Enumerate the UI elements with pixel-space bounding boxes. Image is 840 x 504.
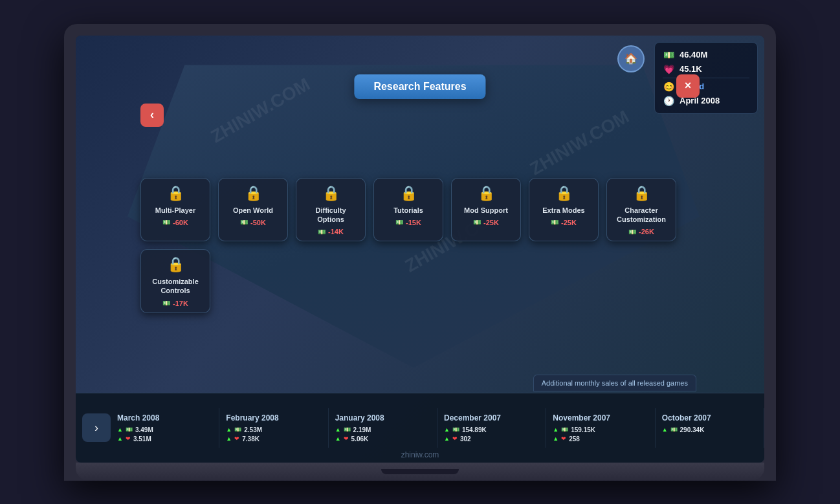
feature-cost-modsupport: 💵 -25K <box>473 219 499 226</box>
money-icon: 💵 <box>663 50 674 60</box>
heart-ico-3: ❤ <box>344 435 349 442</box>
stat-fans-feb: ▲ ❤ 7.38K <box>226 435 321 443</box>
month-stats-jan: ▲ 💵 2.19M ▲ ❤ 5.06K <box>335 426 430 443</box>
home-button[interactable]: 🏠 <box>617 45 645 72</box>
feature-name-openworld: Open World <box>233 206 273 215</box>
feature-name-extramodes: Extra Modes <box>542 206 584 215</box>
heart-ico-5: ❤ <box>561 435 566 442</box>
stat-money-val-dec: 154.89K <box>462 426 487 433</box>
sales-bar-label: Additional monthly sales of all released… <box>542 379 688 387</box>
feature-card-multiplayer[interactable]: 🔒 Multi-Player 💵 -60K <box>140 178 210 242</box>
laptop-outer: ZHINIW.COM ZHINIW.COM ZHINIW.COM 💵 46.40… <box>64 24 776 481</box>
feature-cost-openworld: 💵 -50K <box>240 219 266 226</box>
lock-icon-extramodes: 🔒 <box>555 185 573 202</box>
stat-fans-nov: ▲ ❤ 258 <box>553 435 648 443</box>
stat-fans-val-jan: 5.06K <box>351 435 369 443</box>
month-stats-oct: ▲ 💵 290.34K <box>662 426 757 433</box>
feature-card-extramodes[interactable]: 🔒 Extra Modes 💵 -25K <box>529 178 599 242</box>
cost-icon-3: 💵 <box>318 228 326 236</box>
feature-cost-extramodes: 💵 -25K <box>551 219 577 226</box>
month-stats-march: ▲ 💵 3.49M ▲ ❤ 3.51M <box>117 426 212 443</box>
feature-card-openworld[interactable]: 🔒 Open World 💵 -50K <box>218 178 288 242</box>
money-ico-6: 💵 <box>670 426 678 433</box>
arrow-up-11: ▲ <box>662 426 668 433</box>
timeline-nav-button[interactable]: › <box>82 413 111 442</box>
stat-money-val-feb: 2.53M <box>244 426 262 433</box>
lock-icon-charcustom: 🔒 <box>633 185 650 202</box>
features-row-1: 🔒 Multi-Player 💵 -60K 🔒 Open World 💵 -50… <box>140 178 693 242</box>
feature-card-charcustom[interactable]: 🔒 Character Customization 💵 -26K <box>606 178 676 242</box>
stat-money-oct: ▲ 💵 290.34K <box>662 426 757 433</box>
money-ico-2: 💵 <box>234 426 241 433</box>
feature-cost-tutorials: 💵 -15K <box>395 219 421 226</box>
arrow-up-5: ▲ <box>335 426 341 433</box>
heart-ico-2: ❤ <box>234 435 239 442</box>
month-name-nov: November 2007 <box>553 413 648 422</box>
cost-icon-2: 💵 <box>240 219 248 226</box>
feature-cost-multiplayer: 💵 -60K <box>162 219 188 226</box>
arrow-up-8: ▲ <box>444 435 450 442</box>
feature-name-modsupport: Mod Support <box>464 206 508 215</box>
laptop-notch <box>381 469 459 474</box>
feature-name-charcustom: Character Customization <box>612 206 670 225</box>
laptop-screen: ZHINIW.COM ZHINIW.COM ZHINIW.COM 💵 46.40… <box>76 36 764 463</box>
month-name-dec: December 2007 <box>444 413 539 422</box>
hud-date-row: 🕐 April 2008 <box>663 94 749 108</box>
feature-cost-controls: 💵 -17K <box>162 300 188 307</box>
month-stats-dec: ▲ 💵 154.89K ▲ ❤ 302 <box>444 426 539 443</box>
cost-icon-8: 💵 <box>162 300 170 307</box>
lock-icon-controls: 🔒 <box>167 256 184 273</box>
stat-fans-dec: ▲ ❤ 302 <box>444 435 539 443</box>
features-row-2: 🔒 Customizable Controls 💵 -17K <box>140 249 693 313</box>
stat-money-dec: ▲ 💵 154.89K <box>444 426 539 433</box>
stat-fans-march: ▲ ❤ 3.51M <box>117 435 212 443</box>
stat-fans-val-dec: 302 <box>460 435 471 443</box>
lock-icon-multiplayer: 🔒 <box>167 185 184 202</box>
back-button[interactable]: ‹ <box>140 104 164 127</box>
stat-money-val-jan: 2.19M <box>353 426 371 433</box>
lock-icon-difficulty: 🔒 <box>322 185 340 202</box>
stat-money-val-nov: 159.15K <box>571 426 595 433</box>
cost-icon-6: 💵 <box>551 219 558 226</box>
month-oct-2007: October 2007 ▲ 💵 290.34K <box>656 408 764 448</box>
heart-icon: 💗 <box>663 64 674 74</box>
money-ico-1: 💵 <box>126 426 133 433</box>
cost-icon-4: 💵 <box>395 219 403 226</box>
close-button[interactable]: × <box>676 74 700 98</box>
top-hud: 💵 46.40M 💗 45.1K 😊 Loved 🕐 April 2008 <box>654 42 758 114</box>
feature-card-controls[interactable]: 🔒 Customizable Controls 💵 -17K <box>140 249 210 313</box>
nav-arrow-icon: › <box>94 421 98 435</box>
close-icon: × <box>685 79 692 93</box>
feature-name-controls: Customizable Controls <box>146 277 204 296</box>
features-grid: 🔒 Multi-Player 💵 -60K 🔒 Open World 💵 -50… <box>140 178 693 321</box>
arrow-up-7: ▲ <box>444 426 450 433</box>
heart-ico-1: ❤ <box>126 435 131 442</box>
cost-icon-7: 💵 <box>628 228 636 236</box>
money-ico-5: 💵 <box>561 426 568 433</box>
cost-icon-1: 💵 <box>162 219 170 226</box>
feature-name-multiplayer: Multi-Player <box>155 206 195 215</box>
stat-fans-jan: ▲ ❤ 5.06K <box>335 435 430 443</box>
lock-icon-modsupport: 🔒 <box>478 185 495 202</box>
month-feb-2008: February 2008 ▲ 💵 2.53M ▲ ❤ 7.38K <box>219 408 328 448</box>
game-background: ZHINIW.COM ZHINIW.COM ZHINIW.COM 💵 46.40… <box>76 36 764 463</box>
month-dec-2007: December 2007 ▲ 💵 154.89K ▲ ❤ 302 <box>437 408 546 448</box>
hud-fans-value: 45.1K <box>680 64 702 74</box>
feature-card-tutorials[interactable]: 🔒 Tutorials 💵 -15K <box>373 178 443 242</box>
hud-money-row: 💵 46.40M <box>663 48 749 62</box>
feature-name-difficulty: Difficulty Options <box>302 206 360 225</box>
month-nov-2007: November 2007 ▲ 💵 159.15K ▲ ❤ 258 <box>546 408 655 448</box>
heart-ico-4: ❤ <box>452 435 458 442</box>
back-icon: ‹ <box>150 108 154 122</box>
sales-bar: Additional monthly sales of all released… <box>533 375 696 391</box>
stat-fans-val-feb: 7.38K <box>242 435 260 443</box>
month-name-oct: October 2007 <box>662 413 757 422</box>
arrow-up-9: ▲ <box>553 426 558 433</box>
stat-money-val-march: 3.49M <box>135 426 153 433</box>
arrow-up-1: ▲ <box>117 426 123 433</box>
feature-card-modsupport[interactable]: 🔒 Mod Support 💵 -25K <box>451 178 521 242</box>
clock-icon: 🕐 <box>663 96 674 106</box>
arrow-up-4: ▲ <box>226 435 232 442</box>
feature-card-difficulty[interactable]: 🔒 Difficulty Options 💵 -14K <box>296 178 366 242</box>
month-name-march: March 2008 <box>117 413 212 422</box>
